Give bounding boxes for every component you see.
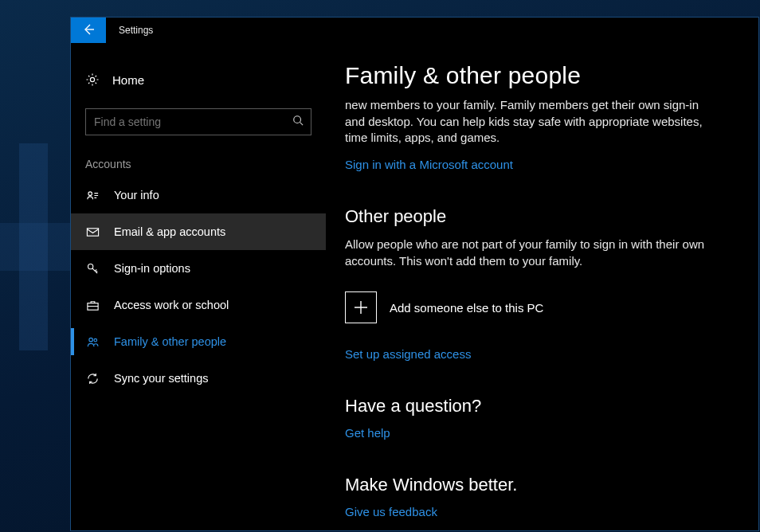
gear-icon [85, 72, 100, 87]
family-description: new members to your family. Family membe… [345, 97, 719, 147]
assigned-access-link[interactable]: Set up assigned access [345, 347, 471, 361]
mail-icon [85, 225, 100, 239]
sidebar-item-label: Sync your settings [114, 372, 208, 385]
question-heading: Have a question? [345, 396, 731, 417]
search-input[interactable] [85, 108, 311, 135]
arrow-left-icon [82, 23, 95, 38]
search-wrap [85, 108, 311, 135]
sidebar-item-label: Sign-in options [114, 262, 190, 275]
window-title: Settings [106, 25, 153, 36]
get-help-link[interactable]: Get help [345, 426, 390, 440]
sidebar-section-label: Accounts [71, 140, 326, 177]
sidebar-item-label: Your info [114, 189, 159, 201]
sidebar-item-label: Family & other people [114, 335, 226, 348]
svg-point-2 [88, 191, 92, 195]
sidebar-item-label: Access work or school [114, 299, 229, 311]
signin-link[interactable]: Sign in with a Microsoft account [345, 158, 513, 171]
sidebar-item-signin[interactable]: Sign-in options [71, 250, 326, 287]
sync-icon [85, 372, 100, 385]
other-people-description: Allow people who are not part of your fa… [345, 237, 719, 269]
content-pane: Family & other people new members to you… [326, 43, 758, 530]
svg-point-0 [90, 77, 94, 81]
plus-icon [345, 291, 377, 323]
feedback-link[interactable]: Give us feedback [345, 505, 437, 518]
back-button[interactable] [71, 18, 106, 43]
page-title: Family & other people [345, 62, 731, 89]
sidebar: Home Accounts [71, 43, 326, 530]
other-people-heading: Other people [345, 206, 731, 227]
svg-point-6 [88, 338, 92, 342]
add-someone-button[interactable]: Add someone else to this PC [345, 291, 731, 323]
briefcase-icon [85, 299, 100, 312]
key-icon [85, 262, 100, 276]
improve-heading: Make Windows better. [345, 475, 731, 495]
people-icon [85, 335, 100, 349]
person-card-icon [85, 189, 100, 202]
sidebar-home[interactable]: Home [71, 62, 326, 97]
sidebar-item-email[interactable]: Email & app accounts [71, 213, 326, 250]
sidebar-item-family[interactable]: Family & other people [71, 323, 326, 360]
titlebar: Settings [71, 18, 758, 43]
sidebar-item-your-info[interactable]: Your info [71, 177, 326, 213]
svg-rect-3 [87, 228, 98, 235]
add-someone-label: Add someone else to this PC [390, 301, 543, 315]
sidebar-item-label: Email & app accounts [114, 225, 225, 238]
sidebar-item-sync[interactable]: Sync your settings [71, 360, 326, 397]
home-label: Home [112, 73, 144, 87]
sidebar-item-work[interactable]: Access work or school [71, 287, 326, 323]
settings-window: Settings Home [70, 17, 759, 531]
svg-point-7 [94, 338, 97, 342]
